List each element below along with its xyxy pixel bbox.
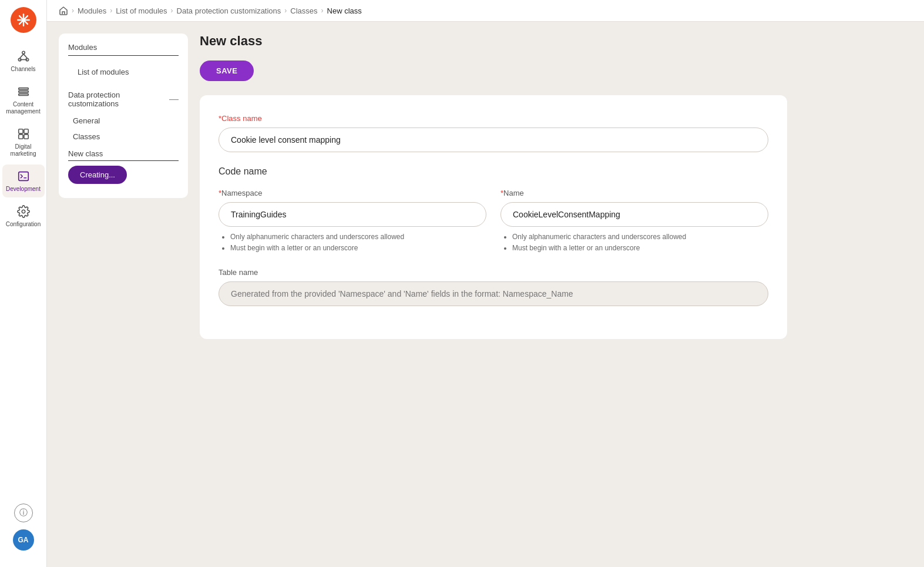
sidebar-item-configuration[interactable]: Configuration (2, 200, 45, 233)
breadcrumb-modules[interactable]: Modules (78, 6, 106, 15)
sidebar-classes[interactable]: Classes (59, 129, 188, 145)
content-management-icon (16, 85, 31, 99)
namespace-input[interactable] (219, 202, 486, 227)
submenu-container: Data protection customizations — General… (59, 86, 188, 189)
namespace-group: *Namespace Only alphanumeric characters … (219, 189, 486, 254)
save-button[interactable]: SAVE (200, 61, 254, 81)
code-name-title: Code name (219, 166, 768, 177)
sidebar-section-modules: Modules List of modules (59, 43, 188, 81)
namespace-hint-2: Must begin with a letter or an underscor… (230, 243, 486, 254)
table-name-input (219, 281, 768, 306)
form-card: *Class name Code name *Namespace (200, 95, 787, 339)
class-name-label-text: Class name (221, 114, 262, 123)
svg-rect-13 (18, 94, 28, 96)
breadcrumb-classes[interactable]: Classes (290, 6, 317, 15)
class-name-group: *Class name (219, 114, 768, 152)
sidebar-item-configuration-label: Configuration (6, 221, 41, 228)
breadcrumb-sep-2: › (110, 6, 112, 15)
breadcrumb-sep-4: › (284, 6, 287, 15)
name-hints: Only alphanumeric characters and undersc… (500, 232, 768, 254)
submenu-header[interactable]: Data protection customizations — (59, 86, 188, 113)
page-title: New class (200, 33, 912, 49)
namespace-hints: Only alphanumeric characters and undersc… (219, 232, 486, 254)
class-name-input[interactable] (219, 128, 768, 152)
development-icon (16, 169, 31, 183)
breadcrumb-sep-3: › (171, 6, 173, 15)
breadcrumb-sep-1: › (72, 6, 74, 15)
sidebar-list-of-modules[interactable]: List of modules (68, 63, 179, 81)
main-form-area: New class SAVE *Class name Code name (200, 33, 912, 555)
table-name-label: Table name (219, 268, 768, 277)
sidebar-bottom: ⓘ GA (13, 504, 34, 551)
svg-rect-16 (18, 135, 22, 139)
sidebar-nav: Channels Content management (0, 45, 46, 504)
sidebar-item-development-label: Development (6, 186, 41, 193)
new-class-container: New class Creating... (59, 145, 188, 189)
sidebar-section-modules-title: Modules (68, 43, 179, 56)
svg-rect-11 (18, 88, 28, 90)
code-name-section: Code name *Namespace Only alphanumeric c… (219, 166, 768, 254)
svg-point-19 (22, 210, 25, 213)
sidebar-item-digital-label: Digital marketing (6, 143, 41, 157)
svg-line-8 (19, 54, 23, 58)
info-icon[interactable]: ⓘ (14, 504, 33, 522)
sidebar-general[interactable]: General (59, 113, 188, 129)
namespace-hint-1: Only alphanumeric characters and undersc… (230, 232, 486, 243)
breadcrumb: › Modules › List of modules › Data prote… (47, 0, 924, 22)
svg-point-5 (22, 51, 25, 54)
logo-button[interactable] (11, 7, 36, 33)
sidebar: Channels Content management (0, 0, 47, 567)
sidebar-item-content-label: Content management (6, 101, 41, 115)
svg-rect-14 (18, 129, 22, 133)
svg-rect-18 (18, 172, 28, 181)
name-input[interactable] (500, 202, 768, 227)
configuration-icon (16, 204, 31, 219)
svg-rect-12 (18, 91, 28, 93)
name-label: *Name (500, 189, 768, 197)
namespace-label: *Namespace (219, 189, 486, 197)
name-label-text: Name (503, 189, 524, 197)
svg-rect-15 (23, 129, 28, 133)
content-wrapper: Modules List of modules Data protection … (47, 22, 924, 567)
submenu-collapse-icon: — (169, 94, 179, 105)
code-name-row: *Namespace Only alphanumeric characters … (219, 189, 768, 254)
sidebar-item-content-management[interactable]: Content management (2, 80, 45, 120)
sidebar-item-digital-marketing[interactable]: Digital marketing (2, 122, 45, 162)
breadcrumb-list-of-modules[interactable]: List of modules (116, 6, 167, 15)
svg-rect-17 (23, 135, 28, 139)
submenu-title: Data protection customizations (68, 90, 169, 108)
table-name-group: Table name (219, 268, 768, 306)
name-hint-2: Must begin with a letter or an underscor… (512, 243, 768, 254)
second-sidebar: Modules List of modules Data protection … (59, 33, 188, 198)
name-hint-1: Only alphanumeric characters and undersc… (512, 232, 768, 243)
channels-icon (16, 49, 31, 63)
class-name-label: *Class name (219, 114, 768, 123)
sidebar-item-development[interactable]: Development (2, 165, 45, 197)
new-class-sidebar-label: New class (68, 149, 179, 161)
name-group: *Name Only alphanumeric characters and u… (500, 189, 768, 254)
breadcrumb-home-icon[interactable] (59, 6, 68, 15)
sidebar-item-channels[interactable]: Channels (2, 45, 45, 78)
breadcrumb-new-class: New class (327, 6, 362, 15)
sidebar-item-channels-label: Channels (11, 66, 35, 73)
breadcrumb-data-protection[interactable]: Data protection customizations (177, 6, 281, 15)
breadcrumb-sep-5: › (321, 6, 324, 15)
user-avatar[interactable]: GA (13, 529, 34, 551)
digital-marketing-icon (16, 127, 31, 141)
namespace-label-text: Namespace (221, 189, 262, 197)
creating-button[interactable]: Creating... (68, 166, 127, 184)
main-content: › Modules › List of modules › Data prote… (47, 0, 924, 567)
svg-line-9 (23, 54, 27, 58)
